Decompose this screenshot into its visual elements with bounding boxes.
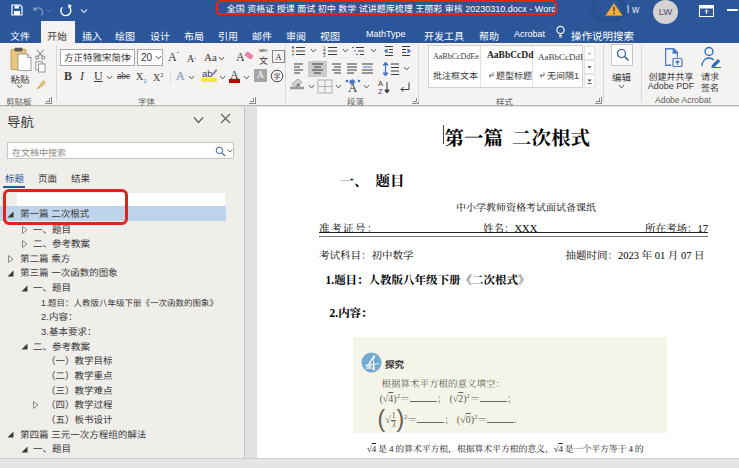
svg-text:Z: Z	[378, 87, 383, 96]
svg-text:字: 字	[274, 71, 281, 81]
svg-text:A: A	[296, 82, 300, 88]
svg-text:3: 3	[323, 53, 326, 58]
